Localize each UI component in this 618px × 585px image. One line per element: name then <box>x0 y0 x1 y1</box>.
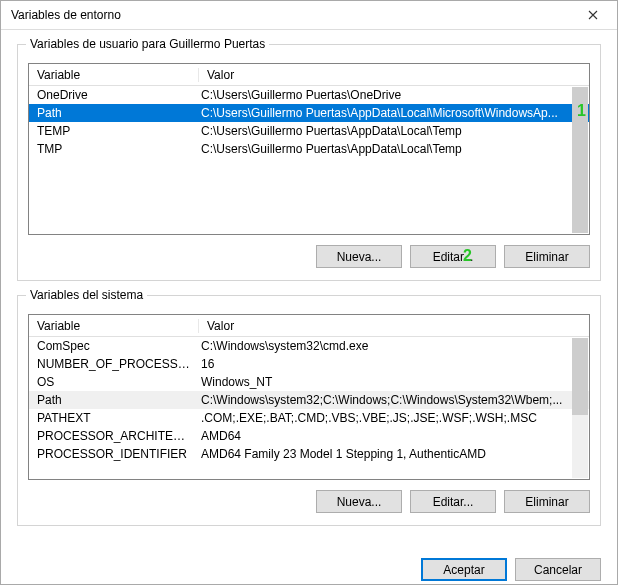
sys-button-row: Nueva... Editar... Eliminar <box>28 490 590 513</box>
table-row[interactable]: PROCESSOR_ARCHITECTUREAMD64 <box>29 427 589 445</box>
close-button[interactable] <box>573 1 613 29</box>
dialog-footer: Aceptar Cancelar <box>1 552 617 585</box>
cell-value: C:\Users\Guillermo Puertas\AppData\Local… <box>199 142 589 156</box>
cell-value: 16 <box>199 357 589 371</box>
sys-table-body: ComSpecC:\Windows\system32\cmd.exeNUMBER… <box>29 337 589 479</box>
cell-variable: TEMP <box>29 124 199 138</box>
cell-value: .COM;.EXE;.BAT;.CMD;.VBS;.VBE;.JS;.JSE;.… <box>199 411 589 425</box>
user-button-row: Nueva... Editar... Eliminar 2 <box>28 245 590 268</box>
scroll-thumb[interactable] <box>572 87 588 233</box>
cell-variable: PROCESSOR_ARCHITECTURE <box>29 429 199 443</box>
cell-value: C:\Users\Guillermo Puertas\AppData\Local… <box>199 106 589 120</box>
table-row[interactable]: TEMPC:\Users\Guillermo Puertas\AppData\L… <box>29 122 589 140</box>
table-row[interactable]: OneDriveC:\Users\Guillermo Puertas\OneDr… <box>29 86 589 104</box>
scrollbar[interactable] <box>572 87 588 233</box>
scroll-thumb[interactable] <box>572 338 588 415</box>
sys-edit-button[interactable]: Editar... <box>410 490 496 513</box>
close-icon <box>588 10 598 20</box>
sys-vars-legend: Variables del sistema <box>26 288 147 302</box>
user-vars-legend: Variables de usuario para Guillermo Puer… <box>26 37 269 51</box>
cell-variable: Path <box>29 393 199 407</box>
cell-variable: PROCESSOR_IDENTIFIER <box>29 447 199 461</box>
col-header-value[interactable]: Valor <box>199 319 242 333</box>
cell-variable: TMP <box>29 142 199 156</box>
col-header-variable[interactable]: Variable <box>29 68 199 82</box>
table-row[interactable]: PATHEXT.COM;.EXE;.BAT;.CMD;.VBS;.VBE;.JS… <box>29 409 589 427</box>
env-vars-dialog: Variables de entorno Variables de usuari… <box>0 0 618 585</box>
cell-value: C:\Windows\system32;C:\Windows;C:\Window… <box>199 393 589 407</box>
table-row[interactable]: PROCESSOR_IDENTIFIERAMD64 Family 23 Mode… <box>29 445 589 463</box>
sys-new-button[interactable]: Nueva... <box>316 490 402 513</box>
cell-value: C:\Users\Guillermo Puertas\AppData\Local… <box>199 124 589 138</box>
cell-variable: ComSpec <box>29 339 199 353</box>
col-header-value[interactable]: Valor <box>199 68 242 82</box>
table-row[interactable]: NUMBER_OF_PROCESSORS16 <box>29 355 589 373</box>
scrollbar[interactable] <box>572 338 588 478</box>
user-table-header: Variable Valor <box>29 64 589 86</box>
titlebar: Variables de entorno <box>1 1 617 30</box>
cell-variable: PATHEXT <box>29 411 199 425</box>
cell-value: AMD64 Family 23 Model 1 Stepping 1, Auth… <box>199 447 589 461</box>
cell-variable: NUMBER_OF_PROCESSORS <box>29 357 199 371</box>
col-header-variable[interactable]: Variable <box>29 319 199 333</box>
sys-vars-table[interactable]: Variable Valor ComSpecC:\Windows\system3… <box>28 314 590 480</box>
user-edit-button[interactable]: Editar... <box>410 245 496 268</box>
cell-variable: OS <box>29 375 199 389</box>
table-row[interactable]: OSWindows_NT <box>29 373 589 391</box>
window-title: Variables de entorno <box>11 8 121 22</box>
cell-variable: OneDrive <box>29 88 199 102</box>
cell-variable: Path <box>29 106 199 120</box>
sys-table-header: Variable Valor <box>29 315 589 337</box>
user-table-body: OneDriveC:\Users\Guillermo Puertas\OneDr… <box>29 86 589 234</box>
sys-vars-group: Variables del sistema Variable Valor Com… <box>17 295 601 526</box>
cell-value: AMD64 <box>199 429 589 443</box>
cancel-button[interactable]: Cancelar <box>515 558 601 581</box>
user-vars-group: Variables de usuario para Guillermo Puer… <box>17 44 601 281</box>
user-vars-table[interactable]: Variable Valor OneDriveC:\Users\Guillerm… <box>28 63 590 235</box>
cell-value: C:\Windows\system32\cmd.exe <box>199 339 589 353</box>
table-row[interactable]: PathC:\Windows\system32;C:\Windows;C:\Wi… <box>29 391 589 409</box>
dialog-content: Variables de usuario para Guillermo Puer… <box>1 30 617 552</box>
cell-value: Windows_NT <box>199 375 589 389</box>
ok-button[interactable]: Aceptar <box>421 558 507 581</box>
user-new-button[interactable]: Nueva... <box>316 245 402 268</box>
table-row[interactable]: ComSpecC:\Windows\system32\cmd.exe <box>29 337 589 355</box>
cell-value: C:\Users\Guillermo Puertas\OneDrive <box>199 88 589 102</box>
table-row[interactable]: PathC:\Users\Guillermo Puertas\AppData\L… <box>29 104 589 122</box>
sys-delete-button[interactable]: Eliminar <box>504 490 590 513</box>
user-delete-button[interactable]: Eliminar <box>504 245 590 268</box>
table-row[interactable]: TMPC:\Users\Guillermo Puertas\AppData\Lo… <box>29 140 589 158</box>
